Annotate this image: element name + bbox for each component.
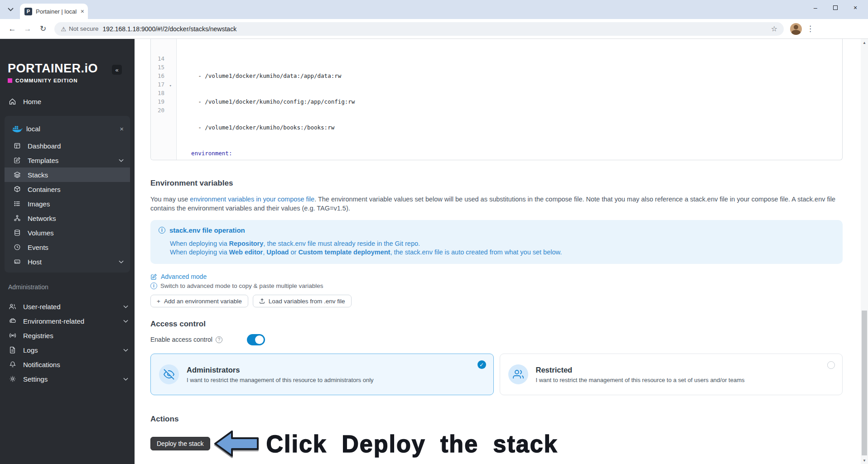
- sidebar-item-notifications[interactable]: Notifications: [0, 357, 135, 372]
- profile-avatar[interactable]: [790, 23, 802, 35]
- code-line: - /volume1/docker/kumiho/config:/app/con…: [178, 97, 842, 106]
- edit-icon: [13, 157, 21, 164]
- advanced-mode-label: Advanced mode: [161, 273, 207, 280]
- tab-title: Portainer | local: [36, 8, 77, 15]
- network-icon: [13, 215, 21, 222]
- sidebar-item-host[interactable]: Host: [5, 254, 130, 269]
- upload-icon: [259, 298, 265, 304]
- info-box-body: When deploying via Repository, the stack…: [170, 239, 834, 257]
- sidebar-item-settings[interactable]: Settings: [0, 372, 135, 386]
- browser-tab-strip: P Portainer | local × – ×: [0, 0, 868, 19]
- sidebar-item-logs[interactable]: Logs: [0, 343, 135, 357]
- sidebar-item-events[interactable]: Events: [5, 240, 130, 254]
- portainer-favicon-icon: P: [24, 8, 32, 15]
- sidebar-item-label: Templates: [28, 157, 58, 164]
- chevron-down-icon: [119, 159, 124, 162]
- sidebar-item-label: Logs: [23, 346, 38, 354]
- back-button[interactable]: ←: [5, 21, 20, 37]
- plus-icon: +: [157, 298, 160, 305]
- page-scrollbar[interactable]: ▲ ▼: [861, 39, 868, 464]
- chevron-down-icon: [123, 320, 128, 323]
- clock-icon: [13, 244, 21, 251]
- not-secure-label: Not secure: [69, 25, 98, 32]
- browser-tab[interactable]: P Portainer | local ×: [20, 4, 88, 19]
- access-control-cards: Administrators I want to restrict the ma…: [150, 354, 843, 395]
- eye-off-icon: [159, 364, 179, 384]
- code-line: environment:: [178, 149, 842, 158]
- sidebar-item-home[interactable]: Home: [0, 94, 135, 109]
- address-bar[interactable]: ⚠ Not secure 192.168.1.18:9000/#!/2/dock…: [54, 22, 784, 36]
- radio-unselected-icon[interactable]: [827, 361, 835, 369]
- line-number: 18: [151, 89, 176, 97]
- info-box-title: stack.env file operation: [169, 226, 245, 234]
- help-circle-icon[interactable]: ?: [216, 336, 222, 343]
- administrators-card[interactable]: Administrators I want to restrict the ma…: [150, 354, 494, 395]
- sidebar-item-stacks[interactable]: Stacks: [5, 167, 130, 182]
- sidebar-item-templates[interactable]: Templates: [5, 153, 130, 167]
- compose-editor[interactable]: 14 15 16 17▾ 18 19 20 - /volume1/docker/…: [150, 39, 843, 160]
- sidebar-item-label: Host: [28, 258, 42, 266]
- hard-drive-icon: [8, 317, 17, 325]
- sidebar-item-user-related[interactable]: User-related: [0, 299, 135, 314]
- sidebar-collapse-button[interactable]: «: [112, 65, 122, 75]
- line-number: 19: [151, 97, 176, 106]
- load-env-file-button[interactable]: Load variables from .env file: [253, 295, 352, 307]
- maximize-icon: [833, 5, 838, 10]
- scroll-up-icon[interactable]: ▲: [861, 39, 868, 46]
- tab-search-button[interactable]: [5, 4, 16, 15]
- url-text[interactable]: 192.168.1.18:9000/#!/2/docker/stacks/new…: [102, 25, 236, 33]
- minimize-button[interactable]: –: [805, 4, 825, 11]
- scroll-down-icon[interactable]: ▼: [861, 457, 868, 464]
- code-line: - /volume1/docker/kumiho/books:/books:rw: [178, 123, 842, 132]
- database-icon: [13, 229, 21, 236]
- sidebar-item-label: User-related: [23, 303, 61, 311]
- users-icon: [508, 364, 528, 384]
- access-control-title: Access control: [150, 319, 843, 329]
- tab-close-icon[interactable]: ×: [81, 8, 84, 15]
- edition-badge: COMMUNITY EDITION: [0, 78, 135, 83]
- selected-check-icon: ✓: [477, 360, 486, 369]
- environment-close-icon[interactable]: ×: [120, 125, 124, 133]
- actions-row: Deploy the stack Click Deploy the stack: [150, 430, 843, 458]
- warning-icon: ⚠: [61, 25, 66, 33]
- server-icon: [13, 258, 21, 265]
- forward-button[interactable]: →: [20, 21, 35, 37]
- sidebar-item-label: Home: [23, 98, 41, 105]
- sidebar-item-containers[interactable]: Containers: [5, 182, 130, 196]
- access-control-toggle-row: Enable access control ?: [150, 334, 843, 345]
- env-vars-description: You may use environment variables in you…: [150, 195, 843, 213]
- sidebar-item-images[interactable]: Images: [5, 196, 130, 211]
- access-control-toggle[interactable]: [247, 334, 265, 345]
- sidebar-item-dashboard[interactable]: Dashboard: [5, 139, 130, 153]
- info-line-web-editor: When deploying via Web editor, Upload or…: [170, 248, 834, 257]
- chevron-down-icon: [119, 260, 124, 263]
- sidebar-item-label: Events: [28, 244, 48, 251]
- window-controls: – ×: [805, 0, 865, 15]
- sidebar-item-registries[interactable]: Registries: [0, 328, 135, 343]
- advanced-mode-hint-text: Switch to advanced mode to copy & paste …: [160, 282, 323, 289]
- editor-code[interactable]: - /volume1/docker/kumiho/data:/app/data:…: [177, 39, 842, 160]
- maximize-button[interactable]: [825, 4, 845, 11]
- compose-env-vars-link[interactable]: environment variables in your compose fi…: [190, 196, 314, 203]
- sidebar-item-environment-related[interactable]: Environment-related: [0, 314, 135, 328]
- sidebar-item-networks[interactable]: Networks: [5, 211, 130, 225]
- environment-name: local: [26, 125, 40, 133]
- not-secure-badge[interactable]: ⚠ Not secure: [61, 25, 98, 33]
- home-icon: [8, 98, 17, 105]
- close-button[interactable]: ×: [845, 4, 865, 11]
- info-box-title-row: i stack.env file operation: [159, 226, 834, 234]
- deploy-stack-button[interactable]: Deploy the stack: [150, 437, 210, 450]
- restricted-card[interactable]: Restricted I want to restrict the manage…: [500, 354, 843, 395]
- sidebar: PORTAINER.iO COMMUNITY EDITION « Home lo…: [0, 39, 135, 464]
- browser-menu-icon[interactable]: ⋮: [806, 24, 814, 33]
- scrollbar-thumb[interactable]: [862, 311, 867, 455]
- env-vars-title: Environment variables: [150, 178, 843, 188]
- box-icon: [13, 186, 21, 193]
- sidebar-item-volumes[interactable]: Volumes: [5, 225, 130, 240]
- reload-button[interactable]: ↻: [35, 21, 51, 37]
- advanced-mode-link[interactable]: Advanced mode: [150, 273, 843, 280]
- add-env-variable-button[interactable]: + Add an environment variable: [150, 295, 248, 307]
- editor-line-numbers: 14 15 16 17▾ 18 19 20: [151, 39, 177, 160]
- environment-header-local[interactable]: local ×: [5, 119, 130, 139]
- bookmark-star-icon[interactable]: ☆: [771, 24, 777, 33]
